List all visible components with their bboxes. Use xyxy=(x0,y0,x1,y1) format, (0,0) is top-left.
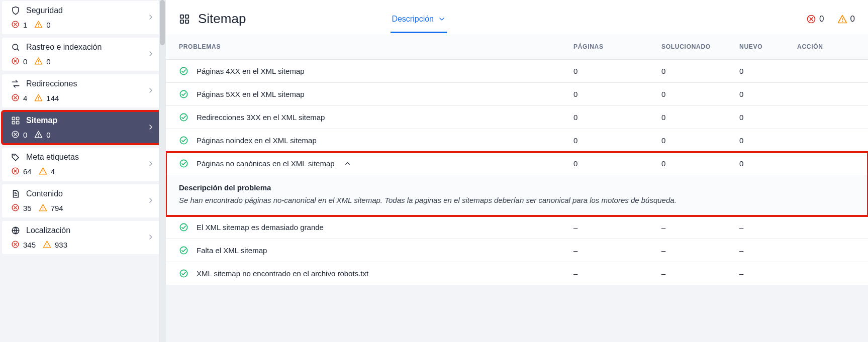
table-row[interactable]: El XML sitemap es demasiado grande––– xyxy=(166,216,868,239)
cell-new: – xyxy=(739,269,797,278)
sidebar-error-value: 35 xyxy=(23,204,32,212)
sidebar-error-stat: 0 xyxy=(11,130,27,139)
chevron-down-icon xyxy=(438,15,446,23)
sidebar-item-meta[interactable]: Meta etiquetas644 xyxy=(2,148,163,181)
problem-description-title: Descripción del problema xyxy=(179,183,855,192)
sidebar-error-stat: 0 xyxy=(11,57,27,66)
warning-icon xyxy=(39,203,48,212)
sidebar-item-redirecciones[interactable]: Redirecciones4144 xyxy=(2,74,163,107)
cell-fixed: – xyxy=(661,269,739,278)
shield-icon xyxy=(11,6,20,15)
error-icon xyxy=(11,240,20,249)
tab-description[interactable]: Descripción xyxy=(391,12,447,33)
cell-new: 0 xyxy=(739,90,797,98)
tag-icon xyxy=(11,153,20,162)
sidebar-item-label: Contenido xyxy=(26,189,63,198)
sidebar-error-value: 0 xyxy=(23,57,27,66)
sidebar-warning-stat: 0 xyxy=(34,20,50,29)
sidebar-scrollbar[interactable] xyxy=(159,0,166,342)
sidebar-warning-stat: 144 xyxy=(34,93,59,102)
sidebar-item-label: Seguridad xyxy=(26,6,63,15)
cell-new: 0 xyxy=(739,159,797,168)
cell-pages: 0 xyxy=(573,136,661,145)
warning-icon xyxy=(34,93,43,102)
sidebar-error-stat: 1 xyxy=(11,20,27,29)
sidebar-item-label: Sitemap xyxy=(26,116,57,125)
problem-label: XML sitemap no encontrado en el archivo … xyxy=(197,269,368,278)
chevron-up-icon[interactable] xyxy=(344,160,351,167)
highlighted-row-group: Páginas no canónicas en el XML sitemap00… xyxy=(166,152,868,216)
globe-icon xyxy=(11,226,20,235)
sidebar-warning-value: 4 xyxy=(51,167,55,176)
table-row[interactable]: Redirecciones 3XX en el XML sitemap000 xyxy=(166,106,868,129)
table-row[interactable]: Páginas 4XX en el XML sitemap000 xyxy=(166,60,868,83)
error-icon xyxy=(806,14,816,24)
table-row[interactable]: Páginas no canónicas en el XML sitemap00… xyxy=(166,152,868,175)
sidebar-item-seguridad[interactable]: Seguridad10 xyxy=(2,1,163,34)
table-row[interactable]: Páginas 5XX en el XML sitemap000 xyxy=(166,83,868,106)
sidebar-warning-value: 144 xyxy=(46,94,59,102)
problem-label: Redirecciones 3XX en el XML sitemap xyxy=(197,113,325,122)
warning-icon xyxy=(34,57,43,66)
sidebar-item-label: Localización xyxy=(26,226,70,235)
sidebar-error-stat: 64 xyxy=(11,167,32,176)
sidebar-warning-value: 0 xyxy=(46,57,50,66)
sidebar-warning-value: 0 xyxy=(46,131,50,139)
sidebar-error-value: 345 xyxy=(23,241,36,249)
sidebar-item-rastreo[interactable]: Rastreo e indexación00 xyxy=(2,38,163,71)
sidebar-scrollbar-thumb[interactable] xyxy=(160,0,165,45)
sidebar-error-value: 4 xyxy=(23,94,27,102)
chevron-right-icon xyxy=(147,13,156,22)
table-row[interactable]: XML sitemap no encontrado en el archivo … xyxy=(166,262,868,285)
table-header-row: Problemas Páginas Solucionado Nuevo Acci… xyxy=(166,34,868,60)
grid-icon xyxy=(11,116,20,125)
chevron-right-icon xyxy=(147,196,156,205)
error-icon xyxy=(11,130,20,139)
error-icon xyxy=(11,93,20,102)
cell-pages: 0 xyxy=(573,113,661,122)
sidebar-item-contenido[interactable]: Contenido35794 xyxy=(2,184,163,217)
sidebar-item-sitemap[interactable]: Sitemap00 xyxy=(2,111,163,144)
problem-description-body: Se han encontrado páginas no-canonical e… xyxy=(179,196,855,204)
cell-pages: 0 xyxy=(573,67,661,75)
warning-icon xyxy=(34,130,43,139)
warning-icon xyxy=(39,167,48,176)
sidebar-error-stat: 35 xyxy=(11,203,32,212)
sidebar-item-label: Rastreo e indexación xyxy=(26,43,102,52)
cell-fixed: 0 xyxy=(661,136,739,145)
grid-icon xyxy=(179,14,190,25)
sidebar-item-label: Meta etiquetas xyxy=(26,153,79,162)
col-header-action: Acción xyxy=(797,43,855,50)
cell-new: – xyxy=(739,223,797,232)
error-icon xyxy=(11,167,20,176)
cell-new: 0 xyxy=(739,136,797,145)
col-header-pages: Páginas xyxy=(573,43,661,50)
warning-icon xyxy=(837,14,847,24)
problem-label: Páginas 4XX en el XML sitemap xyxy=(197,67,305,75)
problems-table: Problemas Páginas Solucionado Nuevo Acci… xyxy=(166,34,868,285)
warning-icon xyxy=(34,20,43,29)
app-root: Seguridad10Rastreo e indexación00Redirec… xyxy=(0,0,868,342)
chevron-right-icon xyxy=(147,50,156,59)
chevron-right-icon xyxy=(147,86,156,95)
problem-label: Falta el XML sitemap xyxy=(197,246,267,255)
sidebar: Seguridad10Rastreo e indexación00Redirec… xyxy=(0,0,166,342)
sidebar-warning-stat: 0 xyxy=(34,130,50,139)
cell-pages: 0 xyxy=(573,90,661,98)
col-header-problems: Problemas xyxy=(179,43,573,50)
table-row[interactable]: Falta el XML sitemap––– xyxy=(166,239,868,262)
check-circle-icon xyxy=(179,66,188,76)
cell-pages: – xyxy=(573,223,661,232)
doc-icon xyxy=(11,189,20,198)
sidebar-warning-stat: 794 xyxy=(39,203,63,212)
problem-label: Páginas noindex en el XML sitemap xyxy=(197,136,317,145)
header-warning-value: 0 xyxy=(850,14,855,24)
table-row[interactable]: Páginas noindex en el XML sitemap000 xyxy=(166,129,868,152)
cell-fixed: 0 xyxy=(661,113,739,122)
main-panel: Sitemap Descripción 0 0 xyxy=(166,0,868,342)
problem-description-block: Descripción del problemaSe han encontrad… xyxy=(166,175,868,216)
check-circle-icon xyxy=(179,112,188,122)
sidebar-warning-stat: 4 xyxy=(39,167,55,176)
page-title: Sitemap xyxy=(198,11,246,27)
sidebar-item-localizacion[interactable]: Localización345933 xyxy=(2,221,163,254)
